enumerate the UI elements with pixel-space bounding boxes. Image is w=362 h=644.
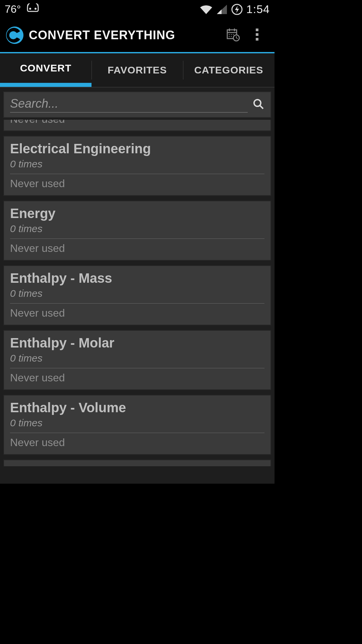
status-bar: 76° bbox=[0, 0, 275, 18]
list-item[interactable]: Electrical Engineering 0 times Never use… bbox=[3, 136, 271, 196]
more-vert-icon bbox=[255, 28, 259, 43]
tab-label: CONVERT bbox=[20, 62, 72, 74]
svg-rect-16 bbox=[256, 29, 258, 31]
list-item[interactable]: Enthalpy - Volume 0 times Never used bbox=[3, 395, 271, 455]
last-used-label: Never used bbox=[10, 242, 264, 255]
last-used-label: Never used bbox=[10, 372, 264, 384]
last-used-label: Never used bbox=[10, 436, 264, 449]
search-container bbox=[0, 88, 275, 120]
status-right: 1:54 bbox=[199, 3, 270, 16]
wifi-icon bbox=[199, 4, 213, 15]
list-item[interactable]: Enthalpy - Molar 0 times Never used bbox=[3, 330, 271, 390]
overflow-menu-button[interactable] bbox=[245, 23, 269, 47]
search-icon bbox=[252, 98, 264, 111]
category-list[interactable]: Never used Electrical Engineering 0 time… bbox=[0, 120, 275, 484]
svg-point-13 bbox=[229, 36, 230, 37]
status-clock: 1:54 bbox=[246, 3, 270, 16]
svg-point-1 bbox=[35, 8, 37, 10]
search-input[interactable] bbox=[10, 97, 248, 113]
svg-point-10 bbox=[229, 34, 230, 35]
tab-bar: CONVERT FAVORITES CATEGORIES bbox=[0, 53, 275, 87]
last-used-label: Never used bbox=[10, 177, 264, 190]
cyanogenmod-icon bbox=[25, 3, 40, 15]
svg-rect-9 bbox=[234, 29, 235, 31]
list-item-title: Enthalpy - Mass bbox=[10, 271, 264, 286]
list-item-times: 0 times bbox=[10, 353, 264, 368]
svg-point-12 bbox=[233, 34, 234, 35]
search-box[interactable] bbox=[3, 92, 271, 118]
list-item-title: Energy bbox=[10, 206, 264, 221]
app-header: CONVERT EVERYTHING bbox=[0, 18, 275, 53]
svg-point-0 bbox=[29, 8, 31, 10]
svg-point-2 bbox=[27, 4, 28, 6]
svg-rect-17 bbox=[256, 33, 258, 36]
tab-categories[interactable]: CATEGORIES bbox=[183, 53, 275, 87]
list-item-title: Electrical Engineering bbox=[10, 141, 264, 156]
list-item[interactable]: Energy 0 times Never used bbox=[3, 201, 271, 261]
power-icon bbox=[231, 3, 243, 15]
calendar-clock-icon bbox=[226, 27, 240, 43]
svg-point-3 bbox=[37, 4, 39, 6]
tab-label: FAVORITES bbox=[108, 64, 167, 76]
last-used-label: Never used bbox=[10, 120, 65, 125]
system-nav-bar bbox=[0, 484, 275, 488]
calendar-clock-button[interactable] bbox=[221, 23, 245, 47]
last-used-label: Never used bbox=[10, 307, 264, 319]
status-left: 76° bbox=[5, 3, 40, 15]
list-item-times: 0 times bbox=[10, 417, 264, 433]
svg-rect-8 bbox=[229, 29, 230, 31]
list-item-times: 0 times bbox=[10, 288, 264, 304]
list-item-cut-bottom[interactable] bbox=[3, 460, 271, 466]
list-item[interactable]: Enthalpy - Mass 0 times Never used bbox=[3, 265, 271, 325]
list-item-times: 0 times bbox=[10, 223, 264, 239]
svg-point-11 bbox=[231, 34, 232, 35]
list-item-times: 0 times bbox=[10, 158, 264, 174]
list-item-title: Enthalpy - Volume bbox=[10, 400, 264, 415]
signal-icon bbox=[216, 4, 228, 15]
list-item-title: Enthalpy - Molar bbox=[10, 335, 264, 351]
list-item-cut-top[interactable]: Never used bbox=[3, 120, 271, 131]
app-logo-icon bbox=[5, 26, 24, 45]
app-title: CONVERT EVERYTHING bbox=[29, 28, 221, 42]
svg-point-19 bbox=[254, 100, 261, 106]
tab-convert[interactable]: CONVERT bbox=[0, 53, 92, 87]
svg-point-14 bbox=[231, 36, 232, 37]
svg-line-20 bbox=[260, 106, 263, 109]
tab-favorites[interactable]: FAVORITES bbox=[92, 53, 183, 87]
svg-rect-18 bbox=[256, 38, 258, 41]
tab-label: CATEGORIES bbox=[194, 64, 263, 76]
status-temperature: 76° bbox=[5, 3, 21, 15]
